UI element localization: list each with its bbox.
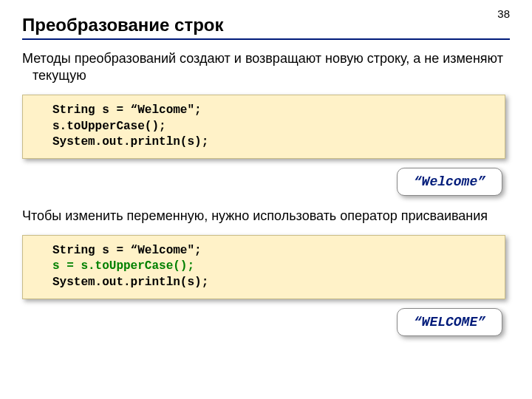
code1-line3: System.out.println(s);: [52, 135, 208, 149]
output-row-1: “Welcome”: [22, 168, 510, 196]
paragraph-1: Методы преобразований создают и возвраща…: [22, 50, 510, 84]
slide-title: Преобразование строк: [22, 15, 510, 35]
paragraph-2: Чтобы изменить переменную, нужно использ…: [22, 208, 510, 225]
code-block-2: String s = “Welcome"; s = s.toUpperCase(…: [22, 235, 505, 299]
output-box-2: “WELCOME”: [397, 308, 502, 336]
code1-line2: s.toUpperCase();: [52, 120, 166, 133]
paragraph-1-text: Методы преобразований создают и возвраща…: [22, 50, 510, 84]
output-row-2: “WELCOME”: [22, 308, 510, 336]
code1-line1: String s = “Welcome";: [52, 103, 202, 117]
code-block-1: String s = “Welcome"; s.toUpperCase(); S…: [22, 95, 505, 159]
title-underline: [22, 38, 510, 40]
code2-line1: String s = “Welcome";: [52, 244, 202, 257]
page-number: 38: [497, 7, 510, 20]
paragraph-2-text: Чтобы изменить переменную, нужно использ…: [22, 208, 510, 225]
slide-body: Преобразование строк Методы преобразован…: [0, 0, 532, 336]
code2-line3: System.out.println(s);: [52, 276, 208, 289]
code2-line2: s = s.toUpperCase();: [52, 259, 194, 273]
output-box-1: “Welcome”: [397, 168, 502, 196]
